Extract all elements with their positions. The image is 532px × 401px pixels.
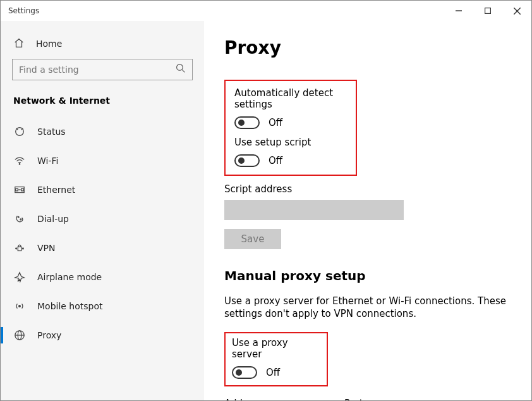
use-script-toggle[interactable] <box>234 154 260 167</box>
sidebar-item-airplane[interactable]: Airplane mode <box>1 262 204 292</box>
svg-point-19 <box>19 305 21 307</box>
hotspot-icon <box>13 300 26 312</box>
use-proxy-label: Use a proxy server <box>232 337 320 360</box>
sidebar-item-dialup[interactable]: Dial-up <box>1 204 204 233</box>
auto-detect-label: Automatically detect settings <box>234 87 347 110</box>
main-content: Proxy Automatically detect settings Off … <box>204 21 531 400</box>
window-title: Settings <box>8 6 39 15</box>
sidebar-item-label: Airplane mode <box>37 272 102 282</box>
window-titlebar: Settings <box>1 1 531 21</box>
window-maximize-button[interactable] <box>473 1 502 21</box>
search-input[interactable] <box>19 65 176 75</box>
sidebar-item-wifi[interactable]: Wi-Fi <box>1 146 204 175</box>
sidebar-item-label: VPN <box>37 243 56 253</box>
home-icon <box>13 37 26 50</box>
sidebar-item-label: Dial-up <box>37 214 69 224</box>
script-address-input <box>224 200 404 220</box>
svg-rect-11 <box>16 188 18 191</box>
sidebar: Home Network & Internet Status <box>1 21 204 400</box>
sidebar-item-status[interactable]: Status <box>1 117 204 146</box>
use-proxy-highlight: Use a proxy server Off <box>224 332 328 386</box>
svg-point-9 <box>19 164 20 164</box>
manual-section-desc: Use a proxy server for Ethernet or Wi-Fi… <box>224 295 506 321</box>
search-input-container[interactable] <box>12 59 193 80</box>
script-address-label: Script address <box>224 183 506 195</box>
sidebar-group-title: Network & Internet <box>1 92 204 117</box>
airplane-icon <box>13 271 26 283</box>
svg-rect-12 <box>21 188 24 191</box>
use-script-label: Use setup script <box>234 137 347 148</box>
use-script-state: Off <box>269 155 282 166</box>
svg-rect-16 <box>18 247 21 250</box>
home-link[interactable]: Home <box>1 30 204 59</box>
sidebar-item-label: Ethernet <box>37 185 75 195</box>
sidebar-item-proxy[interactable]: Proxy <box>1 321 204 350</box>
auto-detect-toggle[interactable] <box>234 116 260 129</box>
auto-setup-highlight: Automatically detect settings Off Use se… <box>224 80 357 176</box>
sidebar-item-hotspot[interactable]: Mobile hotspot <box>1 292 204 321</box>
home-label: Home <box>36 39 62 49</box>
wifi-icon <box>13 154 26 167</box>
svg-point-4 <box>177 65 183 71</box>
address-label: Address <box>224 398 328 401</box>
vpn-icon <box>13 242 26 254</box>
status-icon <box>13 125 26 138</box>
page-title: Proxy <box>224 37 506 58</box>
svg-rect-1 <box>485 8 491 14</box>
manual-section-title: Manual proxy setup <box>224 268 506 283</box>
search-icon <box>176 63 186 76</box>
svg-point-17 <box>16 248 17 249</box>
use-proxy-state: Off <box>266 367 280 378</box>
sidebar-item-ethernet[interactable]: Ethernet <box>1 175 204 204</box>
svg-point-18 <box>23 248 24 249</box>
window-close-button[interactable] <box>502 1 531 21</box>
dialup-icon <box>13 213 26 225</box>
save-button: Save <box>224 229 281 249</box>
sidebar-item-label: Wi-Fi <box>37 156 58 166</box>
window-minimize-button[interactable] <box>444 1 473 21</box>
sidebar-item-label: Status <box>37 126 66 137</box>
sidebar-item-vpn[interactable]: VPN <box>1 233 204 262</box>
auto-detect-state: Off <box>269 117 282 128</box>
sidebar-item-label: Proxy <box>37 330 61 340</box>
port-label: Port <box>344 398 404 401</box>
proxy-icon <box>13 329 26 342</box>
sidebar-item-label: Mobile hotspot <box>37 301 103 311</box>
svg-point-14 <box>18 216 19 218</box>
svg-line-5 <box>182 70 184 72</box>
svg-point-15 <box>20 219 21 220</box>
use-proxy-toggle[interactable] <box>232 366 257 379</box>
ethernet-icon <box>13 183 26 196</box>
